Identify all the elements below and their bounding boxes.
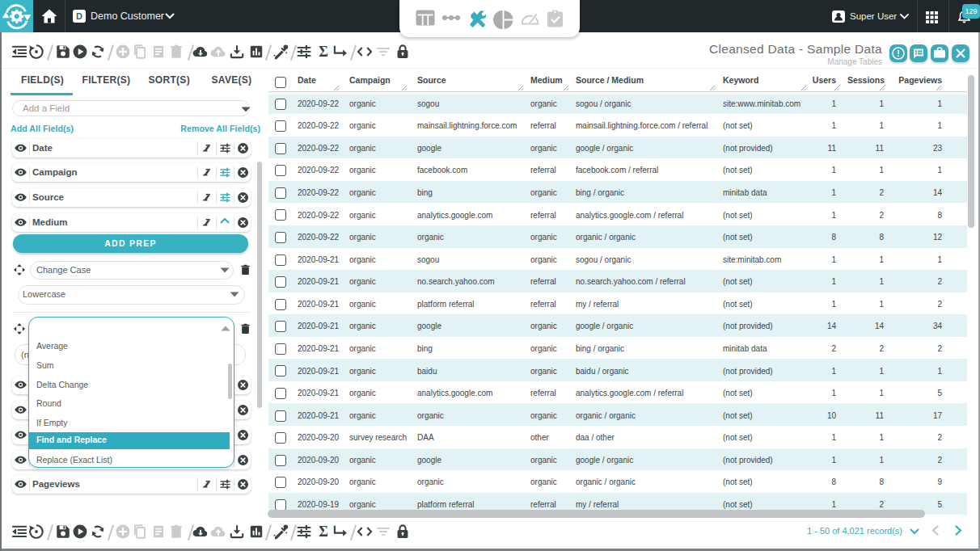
svg-text:Σ: Σ — [319, 44, 328, 60]
svg-text:Σ: Σ — [319, 524, 328, 540]
